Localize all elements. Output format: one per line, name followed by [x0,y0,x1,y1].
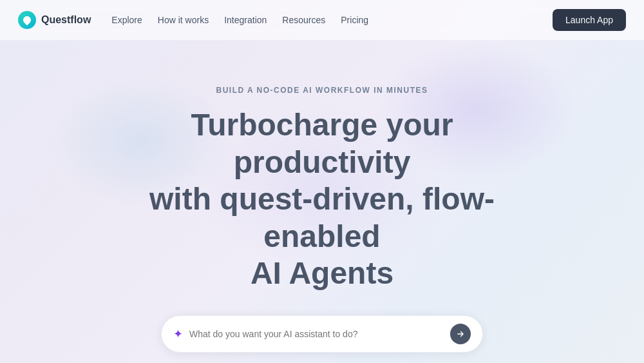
hero-title: Turbocharge your productivity with quest… [122,106,522,292]
nav-link-integration[interactable]: Integration [224,15,267,25]
sparkle-icon: ✦ [173,327,183,341]
logo-text: Questflow [41,14,91,26]
search-input[interactable] [189,329,450,339]
search-bar: ✦ [161,315,483,353]
hero-title-line2: with quest-driven, flow-enabled [149,182,495,253]
hero-subtitle: BUILD A NO-CODE AI WORKFLOW IN MINUTES [216,86,428,95]
logo[interactable]: Questflow [18,11,91,29]
nav-left: Questflow Explore How it works Integrati… [18,11,368,29]
search-submit-button[interactable] [450,324,471,344]
nav-link-resources[interactable]: Resources [282,15,325,25]
nav-link-explore[interactable]: Explore [111,15,142,25]
launch-app-button[interactable]: Launch App [553,9,626,31]
nav-links: Explore How it works Integration Resourc… [111,14,368,26]
nav-link-pricing[interactable]: Pricing [341,15,368,25]
hero-title-line3: AI Agents [251,256,393,290]
navbar: Questflow Explore How it works Integrati… [0,0,644,41]
hero-title-line1: Turbocharge your productivity [191,108,453,179]
hero-section: BUILD A NO-CODE AI WORKFLOW IN MINUTES T… [0,41,644,363]
sparkle-icon-wrapper: ✦ [173,327,183,341]
nav-link-how-it-works[interactable]: How it works [158,15,209,25]
arrow-right-icon [456,329,465,338]
logo-icon [18,11,36,29]
